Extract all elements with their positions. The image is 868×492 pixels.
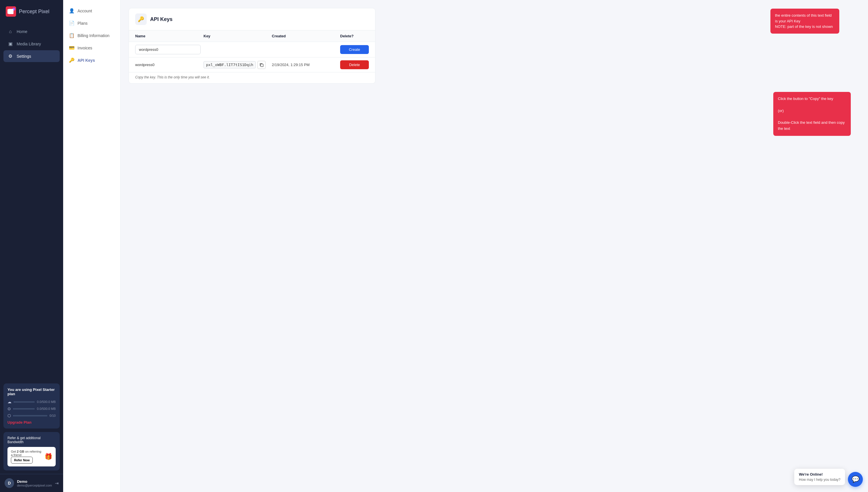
col-created: Created	[272, 34, 340, 38]
logo-icon	[6, 6, 16, 17]
col-name: Name	[135, 34, 204, 38]
sec-nav-plans[interactable]: 📄 Plans	[63, 17, 120, 29]
sidebar-user: D Demo demo@perceptpixel.com ⇥	[0, 474, 63, 492]
refer-emoji: 🎁	[45, 453, 52, 461]
svg-rect-0	[6, 6, 16, 17]
user-avatar: D	[5, 478, 14, 488]
create-button[interactable]: Create	[340, 45, 369, 54]
logo: Percept Pixel	[0, 0, 63, 23]
sec-nav-api-keys[interactable]: 🔑 API Keys	[63, 54, 120, 66]
upgrade-plan-link[interactable]: Upgrade Plan	[7, 420, 56, 424]
plan-row-bandwidth-download: ⊙ 0.0/500.0 MB	[7, 407, 56, 411]
logo-text: Percept Pixel	[19, 8, 49, 15]
upload-icon: ☁	[7, 399, 11, 404]
account-icon: 👤	[69, 8, 75, 14]
sidebar-item-home[interactable]: ⌂ Home	[3, 26, 60, 37]
api-data-row: wordpress0 pxl_oWBF.lIT7tIS1Dqih 2/19/20…	[129, 57, 375, 72]
main-content: 🔑 API Keys Name Key Created Delete? Crea…	[121, 0, 868, 492]
api-panel-header: 🔑 API Keys	[129, 8, 375, 30]
delete-button[interactable]: Delete	[340, 60, 369, 69]
callout-top: the entire contents of this text field i…	[770, 8, 839, 33]
sec-nav-invoices[interactable]: 💳 Invoices	[63, 42, 120, 54]
copy-note: Copy the key. This is the only time you …	[129, 72, 375, 83]
home-icon: ⌂	[7, 29, 13, 34]
items-icon: ⬡	[7, 413, 11, 418]
plan-row-items: ⬡ 0/10	[7, 413, 56, 418]
svg-rect-4	[261, 64, 263, 67]
callout-bottom-text: Click the button to "Copy" the key (or) …	[778, 97, 845, 131]
plans-icon: 📄	[69, 20, 75, 26]
plan-row-bandwidth-upload: ☁ 0.0/500.0 MB	[7, 399, 56, 404]
sidebar-item-settings[interactable]: ⚙ Settings	[3, 50, 60, 62]
api-key-value[interactable]: pxl_oWBF.lIT7tIS1Dqih	[204, 61, 256, 68]
svg-point-3	[12, 8, 15, 10]
svg-rect-1	[7, 9, 12, 14]
sec-nav-billing[interactable]: 📋 Billing Information	[63, 29, 120, 42]
sec-nav-account[interactable]: 👤 Account	[63, 5, 120, 17]
api-panel-title: API Keys	[150, 16, 173, 22]
api-new-row: Create	[129, 42, 375, 57]
sidebar-nav: ⌂ Home ▣ Media Library ⚙ Settings	[0, 23, 63, 380]
download-icon: ⊙	[7, 407, 11, 411]
api-row-name: wordpress0	[135, 63, 201, 67]
refer-box-text: Get 2 GB on referring a friend	[11, 450, 42, 457]
refer-now-button[interactable]: Refer Now	[11, 457, 33, 464]
callout-bottom: Click the button to "Copy" the key (or) …	[773, 92, 851, 136]
api-panel-icon: 🔑	[135, 14, 147, 25]
col-key: Key	[204, 34, 272, 38]
plan-info: You are using Pixel Starter plan ☁ 0.0/5…	[3, 384, 60, 428]
copy-key-button[interactable]	[258, 61, 265, 69]
chat-button[interactable]: 💬	[848, 472, 863, 487]
settings-icon: ⚙	[7, 53, 13, 59]
secondary-sidebar: 👤 Account 📄 Plans 📋 Billing Information …	[63, 0, 121, 492]
user-info: Demo demo@perceptpixel.com	[17, 479, 52, 487]
media-library-icon: ▣	[7, 41, 13, 47]
invoices-icon: 💳	[69, 45, 75, 51]
sidebar: Percept Pixel ⌂ Home ▣ Media Library ⚙ S…	[0, 0, 63, 492]
api-name-input[interactable]	[135, 45, 201, 54]
api-keys-icon: 🔑	[69, 57, 75, 63]
api-panel: 🔑 API Keys Name Key Created Delete? Crea…	[129, 8, 375, 83]
billing-icon: 📋	[69, 33, 75, 38]
refer-box: Get 2 GB on referring a friend Refer Now…	[7, 447, 56, 466]
col-delete: Delete?	[340, 34, 369, 38]
api-row-key-cell: pxl_oWBF.lIT7tIS1Dqih	[204, 61, 269, 69]
refer-section: Refer & get additional Bandwidth Get 2 G…	[3, 432, 60, 470]
chat-widget: We're Online! How may I help you today?	[794, 469, 845, 485]
logout-icon[interactable]: ⇥	[55, 481, 58, 486]
svg-rect-2	[9, 10, 11, 13]
sidebar-item-media-library[interactable]: ▣ Media Library	[3, 38, 60, 50]
api-row-created: 2/19/2024, 1:29:15 PM	[272, 63, 337, 67]
api-table-header: Name Key Created Delete?	[129, 30, 375, 42]
